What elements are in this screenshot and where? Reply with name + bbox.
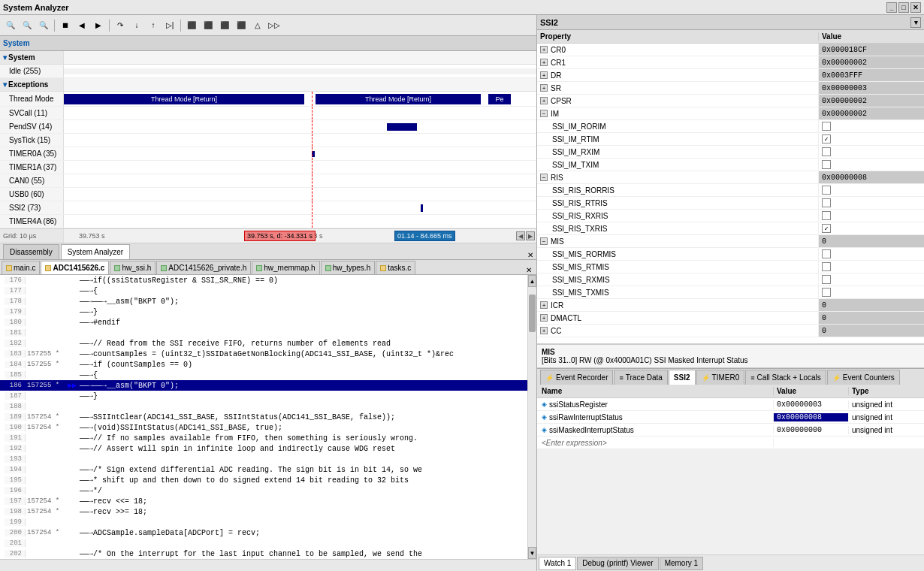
thread-mode-track[interactable]: Thread Mode [Return] Thread Mode [Return… bbox=[64, 92, 536, 106]
tb-extra3[interactable]: ⬛ bbox=[217, 18, 232, 33]
watch-rows-container[interactable]: ◈ssiStatusRegister0x00000003unsigned int… bbox=[537, 398, 924, 449]
step-over-btn[interactable]: ↷ bbox=[113, 18, 128, 33]
code-line: 195——→* shift up and then down to do sig… bbox=[0, 475, 527, 485]
prop-row[interactable]: +CR10x00000002 bbox=[537, 56, 924, 69]
pendsv-track[interactable] bbox=[64, 120, 536, 133]
prop-row[interactable]: +CR00x000018CF bbox=[537, 44, 924, 56]
threads-track-area[interactable] bbox=[64, 51, 536, 64]
debug-printf-tab[interactable]: Debug (printf) Viewer bbox=[577, 557, 658, 570]
prop-row[interactable]: +SR0x00000003 bbox=[537, 82, 924, 95]
prop-row[interactable]: SSI_MIS_RTMIS bbox=[537, 261, 924, 273]
timer0a-bar bbox=[312, 151, 315, 157]
timer0a-track[interactable] bbox=[64, 147, 536, 160]
step-into-btn[interactable]: ↓ bbox=[129, 18, 144, 33]
watch-row[interactable]: ◈ssiRawInterruptStatus0x00000008unsigned… bbox=[537, 411, 924, 424]
cursor-pendsv bbox=[312, 120, 313, 133]
idle-track[interactable] bbox=[64, 65, 536, 77]
tb-extra1[interactable]: ⬛ bbox=[184, 18, 199, 33]
watch-row[interactable]: ◈ssiMaskedInterruptStatus0x00000000unsig… bbox=[537, 424, 924, 437]
pendsv-label: PendSV (14) bbox=[0, 120, 64, 133]
scroll-thumb[interactable] bbox=[529, 295, 536, 332]
run-to-btn[interactable]: ▷| bbox=[162, 18, 177, 33]
ssi-dropdown-btn[interactable]: ▾ bbox=[910, 17, 921, 28]
code-line: 200157254 *——→ADCSample.sampleData[ADCPo… bbox=[0, 527, 527, 538]
btab-timer0[interactable]: ⚡ TIMER0 bbox=[696, 370, 745, 385]
prop-row[interactable]: +ICR0 bbox=[537, 299, 924, 312]
prop-row[interactable]: SSI_MIS_RXMIS bbox=[537, 273, 924, 286]
prop-row[interactable]: −RIS0x00000008 bbox=[537, 171, 924, 184]
timer1a-track[interactable] bbox=[64, 161, 536, 174]
btab-trace-data[interactable]: ≡ Trace Data bbox=[614, 370, 667, 385]
code-status-bar bbox=[0, 559, 536, 571]
scroll-down-btn[interactable]: ▼ bbox=[528, 547, 536, 559]
systick-track[interactable] bbox=[64, 134, 536, 147]
tb-extra4[interactable]: ⬛ bbox=[234, 18, 249, 33]
tab-close-btn[interactable]: ✕ bbox=[523, 266, 536, 274]
code-scrollbar[interactable]: ▲ ▼ bbox=[527, 275, 536, 559]
prop-row[interactable]: SSI_MIS_TXMIS bbox=[537, 286, 924, 299]
restore-btn[interactable]: □ bbox=[898, 2, 909, 13]
svcall-track[interactable] bbox=[64, 107, 536, 119]
exceptions-track[interactable] bbox=[64, 78, 536, 91]
watch1-tab[interactable]: Watch 1 bbox=[539, 557, 576, 570]
prop-row[interactable]: SSI_IM_RORIM bbox=[537, 120, 924, 133]
tab-hw-types-h[interactable]: hw_types.h bbox=[321, 261, 376, 274]
code-line: 192——→// Assert will spin in infinite lo… bbox=[0, 443, 527, 454]
timer4a-label: TIMER4A (86) bbox=[0, 215, 64, 228]
prop-row[interactable]: −MIS0 bbox=[537, 235, 924, 248]
back-btn[interactable]: ◀ bbox=[74, 18, 89, 33]
tab-hw-memmap-h[interactable]: hw_memmap.h bbox=[252, 261, 319, 274]
tab-disassembly[interactable]: Disassembly bbox=[3, 244, 59, 259]
prop-row[interactable]: SSI_RIS_RORRIS bbox=[537, 184, 924, 197]
search-btn[interactable]: 🔍 bbox=[36, 18, 51, 33]
prop-tree[interactable]: +CR00x000018CF+CR10x00000002+DR0x0003FFF… bbox=[537, 44, 924, 344]
tb-extra2[interactable]: ⬛ bbox=[201, 18, 216, 33]
prop-row[interactable]: SSI_RIS_TXRIS✓ bbox=[537, 222, 924, 235]
step-out-btn[interactable]: ↑ bbox=[146, 18, 161, 33]
usb0-track[interactable] bbox=[64, 188, 536, 201]
prop-row[interactable]: +CC0 bbox=[537, 325, 924, 337]
btab-ssi2[interactable]: SSI2 bbox=[669, 370, 696, 385]
tab-system-analyzer[interactable]: System Analyzer bbox=[61, 244, 130, 259]
exceptions-section: ▾ Exceptions Thread Mode Thread Mode [Re… bbox=[0, 78, 536, 228]
watch-row[interactable]: <Enter expression> bbox=[537, 437, 924, 449]
prop-row[interactable]: SSI_IM_RTIM✓ bbox=[537, 133, 924, 146]
prop-row[interactable]: +DMACTL0 bbox=[537, 312, 924, 325]
prop-row[interactable]: SSI_IM_RXIM bbox=[537, 146, 924, 159]
close-btn[interactable]: ✕ bbox=[910, 2, 921, 13]
tab-hw-ssi-h[interactable]: hw_ssi.h bbox=[110, 261, 156, 274]
fwd-btn[interactable]: ▶ bbox=[91, 18, 106, 33]
tab-main-c[interactable]: main.c bbox=[2, 261, 40, 274]
minimize-btn[interactable]: _ bbox=[886, 2, 897, 13]
prop-row[interactable]: SSI_RIS_RTRIS bbox=[537, 197, 924, 210]
zoom-out-btn[interactable]: 🔍 bbox=[3, 18, 18, 33]
close-editor-btn[interactable]: ✕ bbox=[527, 251, 533, 259]
nav-right[interactable]: ▶ bbox=[526, 231, 535, 240]
tab-adc-private-h[interactable]: ADC1415626_private.h bbox=[156, 261, 251, 274]
memory1-tab[interactable]: Memory 1 bbox=[660, 557, 703, 570]
ssi2-track[interactable] bbox=[64, 201, 536, 214]
prop-row[interactable]: SSI_IM_TXIM bbox=[537, 159, 924, 171]
prop-row[interactable]: SSI_MIS_RORMIS bbox=[537, 248, 924, 261]
tb-extra5[interactable]: △ bbox=[250, 18, 265, 33]
prop-row[interactable]: −IM0x00000002 bbox=[537, 107, 924, 120]
watch-row[interactable]: ◈ssiStatusRegister0x00000003unsigned int bbox=[537, 398, 924, 411]
prop-row[interactable]: SSI_RIS_RXRIS bbox=[537, 210, 924, 222]
nav-left[interactable]: ◀ bbox=[516, 231, 525, 240]
btab-event-counters[interactable]: ⚡ Event Counters bbox=[827, 370, 900, 385]
scroll-up-btn[interactable]: ▲ bbox=[528, 275, 536, 287]
tab-tasks-c[interactable]: tasks.c bbox=[376, 261, 415, 274]
prop-row[interactable]: +CPSR0x00000002 bbox=[537, 95, 924, 107]
stop-btn[interactable]: ⏹ bbox=[58, 18, 73, 33]
btab-callstack[interactable]: ≡ Call Stack + Locals bbox=[745, 370, 826, 385]
prop-row[interactable]: +DR0x0003FFF bbox=[537, 69, 924, 82]
tb-extra6[interactable]: ▷▷ bbox=[267, 18, 282, 33]
tab-adc-c[interactable]: ADC1415626.c bbox=[41, 261, 109, 274]
timer4a-track[interactable] bbox=[64, 215, 536, 228]
code-content[interactable]: 176——→if((ssiStatusRegister & SSI_SR_RNE… bbox=[0, 275, 527, 559]
cursor-ssi2 bbox=[312, 201, 313, 214]
code-line: 202——→/* On the interrupt for the last i… bbox=[0, 548, 527, 559]
zoom-in-btn[interactable]: 🔍 bbox=[20, 18, 35, 33]
btab-event-recorder[interactable]: ⚡ Event Recorder bbox=[540, 370, 613, 385]
can0-track[interactable] bbox=[64, 174, 536, 187]
